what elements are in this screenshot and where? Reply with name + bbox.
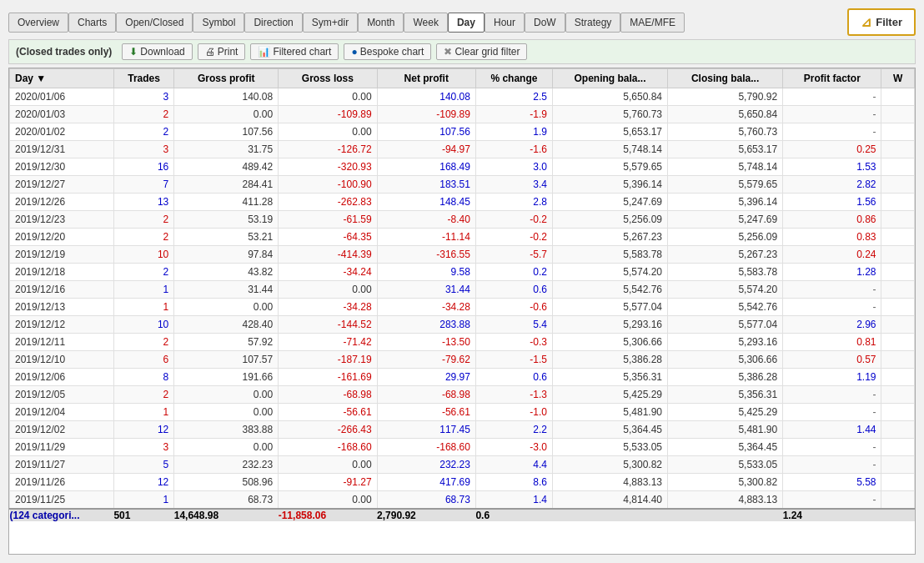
nav-btn-dow[interactable]: DoW — [525, 13, 565, 33]
nav-btn-symbol[interactable]: Symbol — [193, 13, 244, 33]
col-w[interactable]: W — [881, 69, 915, 88]
table-header-row: Day ▼ Trades Gross profit Gross loss Net… — [10, 69, 915, 88]
table-cell: 7 — [113, 176, 173, 194]
table-cell: -34.28 — [377, 299, 475, 316]
table-cell: 0.81 — [783, 334, 881, 351]
table-cell: 5,364.45 — [668, 439, 783, 456]
nav-btn-day[interactable]: Day — [448, 13, 485, 33]
table-row[interactable]: 2020/01/022107.560.00107.561.95,653.175,… — [10, 123, 915, 141]
table-row[interactable]: 2020/01/063140.080.00140.082.55,650.845,… — [10, 88, 915, 106]
col-closing-balance[interactable]: Closing bala... — [668, 69, 783, 88]
nav-btn-strategy[interactable]: Strategy — [565, 13, 621, 33]
nav-btn-sym-dir[interactable]: Sym+dir — [303, 13, 358, 33]
table-cell: 68.73 — [377, 491, 475, 510]
table-cell: 5 — [113, 456, 173, 474]
table-cell: - — [783, 491, 881, 510]
nav-btn-month[interactable]: Month — [358, 13, 404, 33]
table-cell: 2 — [113, 123, 173, 141]
col-pct-change[interactable]: % change — [475, 69, 552, 88]
table-cell: 2019/11/27 — [10, 456, 114, 474]
col-opening-balance[interactable]: Opening bala... — [552, 69, 667, 88]
table-cell: 5,574.20 — [668, 281, 783, 299]
table-cell: -109.89 — [279, 106, 377, 123]
table-cell: 140.08 — [174, 88, 279, 106]
nav-btn-open-closed[interactable]: Open/Closed — [116, 13, 193, 33]
table-cell: -91.27 — [279, 474, 377, 491]
print-button[interactable]: 🖨 Print — [198, 43, 246, 60]
nav-btn-mae-mfe[interactable]: MAE/MFE — [620, 13, 685, 33]
filter-button[interactable]: ⊿ Filter — [847, 8, 916, 36]
table-row[interactable]: 2019/12/1210428.40-144.52283.885.45,293.… — [10, 316, 915, 334]
table-cell — [881, 316, 915, 334]
table-cell: 5,293.16 — [552, 316, 667, 334]
table-row[interactable]: 2019/12/18243.82-34.249.580.25,574.205,5… — [10, 264, 915, 281]
table-row[interactable]: 2019/12/2613411.28-262.83148.452.85,247.… — [10, 194, 915, 211]
table-cell — [881, 351, 915, 369]
table-cell: 0.00 — [279, 123, 377, 141]
table-cell: -266.43 — [279, 421, 377, 439]
filter-icon: ⊿ — [861, 14, 871, 30]
table-row[interactable]: 2019/12/23253.19-61.59-8.40-0.25,256.095… — [10, 211, 915, 229]
table-cell: 3.4 — [475, 176, 552, 194]
col-day[interactable]: Day ▼ — [10, 69, 114, 88]
table-cell: 43.82 — [174, 264, 279, 281]
table-cell: 489.42 — [174, 158, 279, 176]
table-row[interactable]: 2019/12/1310.00-34.28-34.28-0.65,577.045… — [10, 299, 915, 316]
table-cell: 5,481.90 — [668, 421, 783, 439]
table-cell: 4,883.13 — [668, 491, 783, 510]
table-cell: 0.00 — [174, 404, 279, 421]
table-cell: 12 — [113, 421, 173, 439]
table-cell — [881, 264, 915, 281]
table-row[interactable]: 2019/12/31331.75-126.72-94.97-1.65,748.1… — [10, 141, 915, 158]
table-cell: 8 — [113, 369, 173, 386]
table-cell: 5,247.69 — [552, 194, 667, 211]
table-row[interactable]: 2019/12/0212383.88-266.43117.452.25,364.… — [10, 421, 915, 439]
table-row[interactable]: 2020/01/0320.00-109.89-109.89-1.95,760.7… — [10, 106, 915, 123]
table-row[interactable]: 2019/12/106107.57-187.19-79.62-1.55,386.… — [10, 351, 915, 369]
table-cell: 6 — [113, 351, 173, 369]
filtered-chart-button[interactable]: 📊 Filtered chart — [250, 43, 339, 60]
table-cell: -1.5 — [475, 351, 552, 369]
table-cell: 5.4 — [475, 316, 552, 334]
table-scroll-area[interactable]: Day ▼ Trades Gross profit Gross loss Net… — [9, 68, 915, 554]
table-row[interactable]: 2019/12/20253.21-64.35-11.14-0.25,267.23… — [10, 229, 915, 246]
table-footer-row: (124 categori... 501 14,648.98 -11,858.0… — [10, 509, 915, 521]
table-cell: 5,577.04 — [668, 316, 783, 334]
table-cell: 283.88 — [377, 316, 475, 334]
table-row[interactable]: 2019/12/16131.440.0031.440.65,542.765,57… — [10, 281, 915, 299]
col-net-profit[interactable]: Net profit — [377, 69, 475, 88]
clear-grid-button[interactable]: ✖ Clear grid filter — [436, 43, 527, 60]
nav-btn-charts[interactable]: Charts — [68, 13, 116, 33]
table-row[interactable]: 2019/11/2612508.96-91.27417.698.64,883.1… — [10, 474, 915, 491]
col-profit-factor[interactable]: Profit factor — [783, 69, 881, 88]
bespoke-chart-button[interactable]: ● Bespoke chart — [344, 43, 431, 60]
download-button[interactable]: ⬇ Download — [122, 43, 192, 60]
table-cell: 2019/12/10 — [10, 351, 114, 369]
table-row[interactable]: 2019/12/277284.41-100.90183.513.45,396.1… — [10, 176, 915, 194]
col-gross-loss[interactable]: Gross loss — [279, 69, 377, 88]
table-cell: -168.60 — [377, 439, 475, 456]
footer-net-profit: 2,790.92 — [377, 509, 475, 521]
table-cell: 5,583.78 — [552, 246, 667, 264]
table-row[interactable]: 2019/12/0520.00-68.98-68.98-1.35,425.295… — [10, 386, 915, 404]
nav-btn-week[interactable]: Week — [404, 13, 447, 33]
nav-btn-hour[interactable]: Hour — [485, 13, 525, 33]
table-row[interactable]: 2019/12/191097.84-414.39-316.55-5.75,583… — [10, 246, 915, 264]
table-cell: 10 — [113, 316, 173, 334]
table-cell: 2.82 — [783, 176, 881, 194]
col-trades[interactable]: Trades — [113, 69, 173, 88]
table-row[interactable]: 2019/11/25168.730.0068.731.44,814.404,88… — [10, 491, 915, 510]
table-row[interactable]: 2019/12/3016489.42-320.93168.493.05,579.… — [10, 158, 915, 176]
table-row[interactable]: 2019/12/11257.92-71.42-13.50-0.35,306.66… — [10, 334, 915, 351]
table-row[interactable]: 2019/12/068191.66-161.6929.970.65,356.31… — [10, 369, 915, 386]
bespoke-icon: ● — [351, 46, 357, 58]
table-row[interactable]: 2019/11/2930.00-168.60-168.60-3.05,533.0… — [10, 439, 915, 456]
col-gross-profit[interactable]: Gross profit — [174, 69, 279, 88]
table-cell — [881, 176, 915, 194]
nav-btn-direction[interactable]: Direction — [244, 13, 302, 33]
main-container: OverviewChartsOpen/ClosedSymbolDirection… — [0, 0, 924, 563]
table-row[interactable]: 2019/11/275232.230.00232.234.45,300.825,… — [10, 456, 915, 474]
table-cell: 107.57 — [174, 351, 279, 369]
nav-btn-overview[interactable]: Overview — [8, 13, 68, 33]
table-row[interactable]: 2019/12/0410.00-56.61-56.61-1.05,481.905… — [10, 404, 915, 421]
